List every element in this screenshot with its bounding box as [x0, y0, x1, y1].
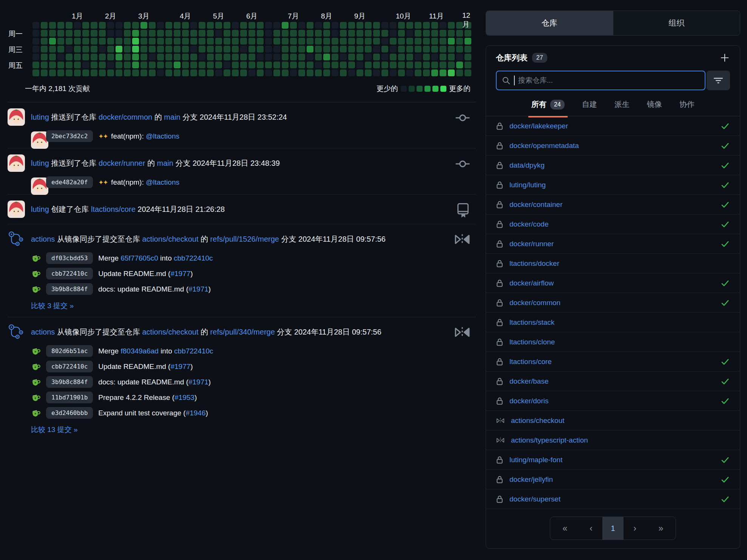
heatmap-cell [431, 22, 438, 29]
filter-tab-镜像[interactable]: 镜像 [647, 99, 662, 110]
filter-tab-所有[interactable]: 所有24 [531, 99, 565, 110]
compare-commits-link[interactable]: 比较 13 提交 » [31, 425, 78, 435]
repo-link[interactable]: docker/container [509, 201, 562, 209]
heatmap-cell [124, 38, 131, 45]
lock-icon [496, 259, 503, 268]
heatmap-cell [190, 30, 197, 37]
feed-link[interactable]: ltactions/core [91, 205, 136, 213]
repo-link[interactable]: docker/superset [509, 495, 560, 503]
heatmap-cell [149, 38, 156, 45]
lock-icon [496, 397, 503, 405]
next-page-button[interactable]: › [624, 517, 646, 540]
commit-hash-link[interactable]: cbb722410c [46, 268, 93, 279]
commit-message-link[interactable]: #1977 [170, 270, 190, 278]
filter-tab-自建[interactable]: 自建 [582, 99, 597, 110]
commit-hash-link[interactable]: e3d2460bbb [46, 407, 93, 419]
repo-link[interactable]: luting/maple-font [509, 456, 562, 464]
heatmap-cell [224, 46, 230, 52]
commit-message-link[interactable]: cbb722410c [174, 254, 213, 262]
repo-link[interactable]: ltactions/stack [509, 318, 554, 327]
heatmap-cell [381, 54, 388, 60]
heatmap-cell [257, 54, 264, 60]
commit-hash-link[interactable]: df03cbdd53 [46, 252, 93, 264]
repo-link[interactable]: ltactions/clone [509, 338, 555, 346]
commit-message-link[interactable]: #1946 [186, 409, 206, 417]
commit-message-link[interactable]: cbb722410c [174, 347, 213, 355]
commit-message-link[interactable]: @ltactions [146, 132, 179, 140]
filter-button[interactable] [707, 71, 730, 90]
heatmap-cell [199, 62, 205, 68]
repo-link[interactable]: docker/airflow [509, 279, 554, 287]
commit-hash-link[interactable]: ede482a20f [46, 176, 93, 188]
repo-row: luting/luting [486, 175, 740, 195]
feed-link[interactable]: refs/pull/1526/merge [210, 235, 279, 243]
repo-link[interactable]: docker/lakekeeper [509, 122, 568, 130]
filter-tab-派生[interactable]: 派生 [614, 99, 630, 110]
commit-message-link[interactable]: #1971 [188, 378, 208, 386]
commit-message: Update README.md (#1977) [98, 270, 193, 278]
heatmap-cell [373, 22, 380, 29]
repo-link[interactable]: docker/base [509, 377, 549, 386]
commit-message-link[interactable]: #1953 [174, 393, 194, 401]
commit-message-link[interactable]: 65f77605c0 [120, 254, 158, 262]
lock-icon [496, 201, 503, 209]
search-input[interactable]: 搜索仓库... [496, 71, 705, 90]
repo-link[interactable]: docker/doris [509, 397, 549, 405]
tab-repositories[interactable]: 仓库 [486, 11, 613, 35]
feed-link[interactable]: luting [31, 113, 49, 121]
commit-message-link[interactable]: #1977 [170, 363, 190, 370]
commit-hash-link[interactable]: 11bd71901b [46, 392, 93, 403]
feed-link[interactable]: main [157, 159, 173, 167]
filter-tab-协作[interactable]: 协作 [679, 99, 695, 110]
commit-hash-link[interactable]: 2bec73d2c2 [46, 130, 93, 142]
repo-org-switcher: 仓库 组织 [486, 11, 740, 35]
commit-message-text: Update README.md ( [98, 363, 170, 370]
heatmap-cell [224, 62, 230, 68]
compare-commits-link[interactable]: 比较 3 提交 » [31, 301, 74, 311]
gitea-teacup-icon [31, 269, 41, 279]
feed-link[interactable]: actions [31, 235, 55, 243]
commit-hash-link[interactable]: 3b9b8c884f [46, 283, 93, 295]
commit-message-link[interactable]: f80349a6ad [120, 347, 158, 355]
repo-link[interactable]: data/dpykg [509, 161, 545, 170]
feed-link[interactable]: actions/checkout [142, 235, 199, 243]
repo-link[interactable]: docker/openmetadata [509, 142, 579, 150]
heatmap-cell [74, 38, 81, 45]
heatmap-cell [149, 22, 156, 29]
heatmap-cell [207, 22, 214, 29]
feed-link[interactable]: luting [31, 205, 49, 213]
first-page-button[interactable]: « [550, 517, 580, 540]
commit-message-link[interactable]: #1971 [188, 285, 208, 293]
current-page[interactable]: 1 [602, 517, 624, 540]
feed-link[interactable]: docker/common [99, 113, 152, 121]
heatmap-cell [82, 69, 89, 76]
heatmap-cell [431, 30, 438, 37]
tab-organizations[interactable]: 组织 [613, 11, 740, 35]
feed-link[interactable]: main [164, 113, 180, 121]
prev-page-button[interactable]: ‹ [580, 517, 602, 540]
commit-hash-link[interactable]: cbb722410c [46, 361, 93, 372]
repo-link[interactable]: docker/jellyfin [509, 475, 553, 484]
mirror-icon [454, 325, 471, 341]
commit-hash-link[interactable]: 802d6b51ac [46, 345, 93, 357]
repo-link[interactable]: docker/common [509, 299, 560, 307]
feed-link[interactable]: actions/checkout [142, 328, 199, 336]
repo-link[interactable]: ltactions/core [509, 358, 552, 366]
feed-link[interactable]: refs/pull/340/merge [210, 328, 275, 336]
repo-link[interactable]: actions/typescript-action [511, 436, 588, 444]
feed-link[interactable]: luting [31, 159, 49, 167]
feed-link[interactable]: actions [31, 328, 55, 336]
last-page-button[interactable]: » [646, 517, 676, 540]
repo-link[interactable]: actions/checkout [511, 417, 565, 425]
feed-link[interactable]: docker/runner [99, 159, 145, 167]
commit-message-link[interactable]: @ltactions [146, 178, 179, 186]
repo-link[interactable]: ltactions/docker [509, 259, 559, 268]
heatmap-cell [273, 69, 280, 76]
repo-link[interactable]: luting/luting [509, 181, 546, 189]
commit-hash-link[interactable]: 3b9b8c884f [46, 376, 93, 388]
add-repo-button[interactable] [719, 52, 730, 63]
repo-link[interactable]: docker/code [509, 220, 549, 228]
repo-link[interactable]: docker/runner [509, 240, 554, 248]
feed-entry-title: luting 创建了仓库 ltactions/core 2024年11月28日 … [31, 204, 225, 214]
repo-row: docker/container [486, 195, 740, 214]
